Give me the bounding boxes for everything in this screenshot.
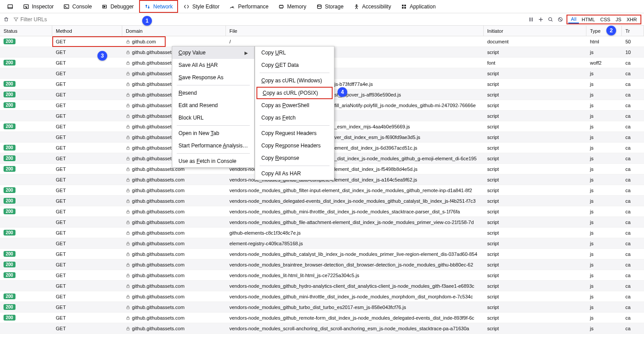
tab-debugger[interactable]: Debugger — [97, 0, 138, 13]
cell-type: js — [586, 124, 622, 129]
tab-network[interactable]: Network — [139, 0, 178, 13]
menu-item[interactable]: Copy as Fetch — [255, 112, 334, 124]
menu-item[interactable]: Copy URL — [255, 46, 334, 59]
cell-transferred: ca — [622, 230, 644, 236]
table-row[interactable]: 200GETgithub.githubassets.comvendors-nod… — [0, 270, 644, 281]
cell-initiator: script — [484, 103, 586, 108]
table-row[interactable]: 200GETgithub.com/documenthtml50 — [0, 36, 644, 47]
filter-input[interactable]: Filter URLs — [13, 16, 47, 23]
filter-all[interactable]: All — [568, 15, 579, 23]
menu-item[interactable]: Copy as PowerShell — [255, 99, 334, 112]
menu-item[interactable]: Use as Fetch in Console — [172, 155, 254, 167]
table-row[interactable]: 200GETgithub.githubassets.comvendors-nod… — [0, 249, 644, 259]
table-row[interactable]: 200GETgithub.githubassets.comvendors-nod… — [0, 313, 644, 323]
menu-item[interactable]: Save All As HAR — [172, 59, 254, 71]
menu-item[interactable]: Edit and Resend — [172, 99, 254, 112]
status-badge: 200 — [4, 124, 16, 129]
header-file[interactable]: File — [226, 26, 484, 36]
table-row[interactable]: 200GETgithub.githubassets.comvendors-nod… — [0, 185, 644, 196]
header-method[interactable]: Method — [52, 26, 122, 36]
menu-item[interactable]: Copy as cURL (POSIX) — [256, 87, 333, 99]
tab-console[interactable]: Console — [59, 0, 96, 13]
cell-method: GET — [52, 220, 122, 225]
menu-item[interactable]: Copy All As HAR — [255, 167, 334, 180]
cell-domain: github.githubassets.com — [122, 305, 226, 310]
cell-type: js — [586, 145, 622, 151]
menu-item[interactable]: Copy Value▶ — [172, 46, 254, 59]
table-row[interactable]: GETgithub.githubassets.comvendors-node_m… — [0, 217, 644, 228]
filter-xhr[interactable]: XHR — [624, 15, 640, 23]
svg-rect-37 — [127, 126, 129, 128]
header-type[interactable]: Type — [586, 26, 622, 36]
annotation-4: 4 — [338, 87, 347, 97]
tab-performance[interactable]: Performance — [225, 0, 273, 13]
cell-domain: github.com — [122, 39, 226, 44]
trash-icon[interactable] — [3, 16, 10, 23]
svg-rect-17 — [402, 4, 404, 6]
cell-method: GET — [52, 50, 122, 55]
menu-item[interactable]: Open in New Tab — [172, 127, 254, 139]
cell-file: vendors-node_modules_github_hydro-analyt… — [226, 283, 484, 289]
cell-file: vendors-node_modules_braintree_browser-d… — [226, 262, 484, 267]
tab-style-editor[interactable]: Style Editor — [179, 0, 224, 13]
table-row[interactable]: 200GETgithub.githubassets.comvendors-nod… — [0, 302, 644, 313]
header-status[interactable]: Status — [0, 26, 52, 36]
filter-js[interactable]: JS — [613, 15, 624, 23]
table-row[interactable]: GETgithub.githubassets.comelement-regist… — [0, 238, 644, 249]
cell-transferred: ca — [622, 113, 644, 119]
pause-icon[interactable] — [528, 16, 535, 23]
status-badge: 200 — [4, 60, 16, 66]
header-domain[interactable]: Domain — [122, 26, 226, 36]
table-row[interactable]: GETgithub.githubassets.comvendors-node_m… — [0, 323, 644, 334]
cell-transferred: ca — [622, 294, 644, 299]
tab-storage[interactable]: Storage — [312, 0, 348, 13]
menu-item[interactable]: Start Performance Analysis… — [172, 139, 254, 152]
plus-icon[interactable] — [537, 16, 544, 23]
cell-initiator: script — [484, 283, 586, 289]
table-row[interactable]: 200GETgithub.githubassets.comvendors-nod… — [0, 206, 644, 217]
block-icon[interactable] — [557, 16, 564, 23]
filter-html[interactable]: HTML — [579, 15, 597, 23]
header-transferred[interactable]: Tr — [622, 26, 644, 36]
tab-memory[interactable]: Memory — [274, 0, 310, 13]
svg-rect-54 — [127, 307, 129, 309]
menu-item[interactable]: Block URL — [172, 112, 254, 124]
table-row[interactable]: 200GETgithub.githubassets.comvendors-nod… — [0, 291, 644, 302]
menu-item[interactable]: Copy as cURL (Windows) — [255, 74, 334, 87]
status-badge: 200 — [4, 251, 16, 257]
cell-method: GET — [52, 60, 122, 66]
status-badge: 200 — [4, 166, 16, 172]
menu-item[interactable]: Copy Response Headers — [255, 139, 334, 152]
tab-inspector[interactable]: Inspector — [19, 0, 58, 13]
cell-initiator: script — [484, 50, 586, 55]
search-icon[interactable] — [547, 16, 554, 23]
cell-type: js — [586, 305, 622, 310]
menu-item[interactable]: Resend — [172, 87, 254, 99]
filter-css[interactable]: CSS — [597, 15, 613, 23]
menu-item[interactable]: Copy GET Data — [255, 59, 334, 71]
cell-method: GET — [52, 156, 122, 161]
cell-type: woff2 — [586, 60, 622, 66]
svg-point-15 — [317, 4, 321, 6]
cell-initiator: script — [484, 188, 586, 193]
cell-method: GET — [52, 209, 122, 214]
cell-domain: github.githubassets.com — [122, 294, 226, 299]
header-initiator[interactable]: Initiator — [484, 26, 586, 36]
cell-type: js — [586, 283, 622, 289]
table-row[interactable]: GETgithub.githubassets.comvendors-node_m… — [0, 281, 644, 291]
menu-item[interactable]: Copy Request Headers — [255, 127, 334, 139]
devtools-tabs: Inspector Console Debugger Network Style… — [0, 0, 644, 13]
cell-type: js — [586, 262, 622, 267]
svg-rect-18 — [404, 4, 406, 6]
tab-dock[interactable] — [3, 0, 18, 13]
table-row[interactable]: 200GETgithub.githubassets.comvendors-nod… — [0, 259, 644, 270]
table-row[interactable]: 200GETgithub.githubassets.comgithub-elem… — [0, 228, 644, 238]
context-menu-main: Copy Value▶Save All As HARSave Response … — [172, 46, 255, 168]
menu-item[interactable]: Copy Response — [255, 152, 334, 164]
tab-accessibility[interactable]: Accessibility — [349, 0, 396, 13]
tab-application[interactable]: Application — [396, 0, 440, 13]
cell-transferred: ca — [622, 209, 644, 214]
table-row[interactable]: 200GETgithub.githubassets.comvendors-nod… — [0, 196, 644, 206]
cell-initiator: script — [484, 294, 586, 299]
menu-item[interactable]: Save Response As — [172, 71, 254, 84]
